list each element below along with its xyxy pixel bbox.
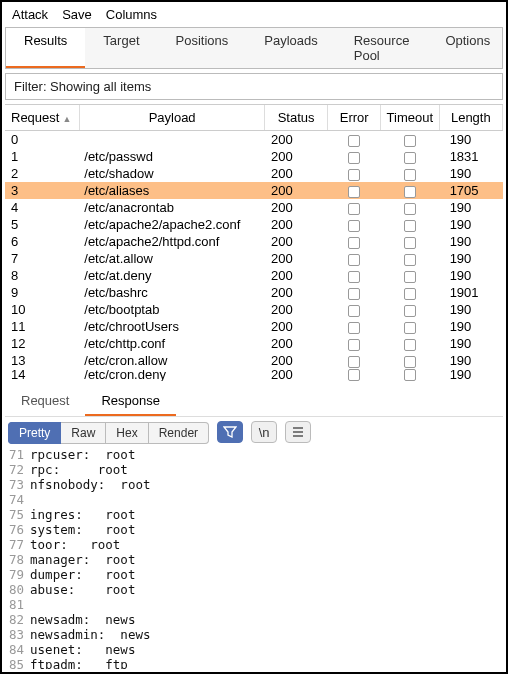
table-row[interactable]: 8/etc/at.deny200190 — [5, 267, 503, 284]
cell-request: 7 — [5, 250, 80, 267]
filter-bar[interactable]: Filter: Showing all items — [5, 73, 503, 100]
cell-timeout — [381, 250, 440, 267]
col-status[interactable]: Status — [264, 105, 327, 131]
menu-save[interactable]: Save — [62, 7, 92, 22]
checkbox-icon[interactable] — [348, 356, 360, 368]
checkbox-icon[interactable] — [404, 305, 416, 317]
detail-tab-response[interactable]: Response — [85, 387, 176, 416]
filter-icon[interactable] — [217, 421, 243, 443]
checkbox-icon[interactable] — [348, 254, 360, 266]
cell-timeout — [381, 182, 440, 199]
cell-length: 190 — [439, 165, 502, 182]
checkbox-icon[interactable] — [348, 135, 360, 147]
checkbox-icon[interactable] — [348, 186, 360, 198]
checkbox-icon[interactable] — [404, 203, 416, 215]
cell-status: 200 — [264, 165, 327, 182]
table-row[interactable]: 7/etc/at.allow200190 — [5, 250, 503, 267]
table-row[interactable]: 13/etc/cron.allow200190 — [5, 352, 503, 369]
cell-error — [328, 165, 381, 182]
checkbox-icon[interactable] — [404, 135, 416, 147]
table-row[interactable]: 12/etc/chttp.conf200190 — [5, 335, 503, 352]
table-row[interactable]: 10/etc/bootptab200190 — [5, 301, 503, 318]
col-length[interactable]: Length — [439, 105, 502, 131]
checkbox-icon[interactable] — [348, 369, 360, 381]
table-row[interactable]: 1/etc/passwd2001831 — [5, 148, 503, 165]
hamburger-icon[interactable] — [285, 421, 311, 443]
checkbox-icon[interactable] — [404, 186, 416, 198]
cell-length: 1901 — [439, 284, 502, 301]
cell-timeout — [381, 318, 440, 335]
checkbox-icon[interactable] — [348, 152, 360, 164]
checkbox-icon[interactable] — [348, 237, 360, 249]
checkbox-icon[interactable] — [404, 237, 416, 249]
table-row[interactable]: 5/etc/apache2/apache2.conf200190 — [5, 216, 503, 233]
checkbox-icon[interactable] — [348, 339, 360, 351]
checkbox-icon[interactable] — [404, 369, 416, 381]
results-table: Request▲ Payload Status Error Timeout Le… — [5, 104, 503, 381]
newline-icon[interactable]: \n — [251, 421, 277, 443]
menubar: AttackSaveColumns — [2, 2, 506, 26]
checkbox-icon[interactable] — [348, 305, 360, 317]
table-row[interactable]: 3/etc/aliases2001705 — [5, 182, 503, 199]
checkbox-icon[interactable] — [404, 152, 416, 164]
cell-timeout — [381, 335, 440, 352]
cell-status: 200 — [264, 216, 327, 233]
cell-timeout — [381, 148, 440, 165]
cell-request: 5 — [5, 216, 80, 233]
table-row[interactable]: 4/etc/anacrontab200190 — [5, 199, 503, 216]
menu-attack[interactable]: Attack — [12, 7, 48, 22]
table-row[interactable]: 2/etc/shadow200190 — [5, 165, 503, 182]
view-mode-hex[interactable]: Hex — [106, 422, 148, 444]
checkbox-icon[interactable] — [404, 254, 416, 266]
checkbox-icon[interactable] — [404, 271, 416, 283]
tab-resource-pool[interactable]: Resource Pool — [336, 28, 428, 68]
checkbox-icon[interactable] — [348, 169, 360, 181]
cell-length: 190 — [439, 250, 502, 267]
detail-tabbar: RequestResponse — [5, 387, 503, 417]
checkbox-icon[interactable] — [404, 288, 416, 300]
response-body[interactable]: 71 72 73 74 75 76 77 78 79 80 81 82 83 8… — [5, 447, 503, 669]
cell-timeout — [381, 301, 440, 318]
cell-error — [328, 148, 381, 165]
tab-results[interactable]: Results — [6, 28, 85, 68]
checkbox-icon[interactable] — [348, 288, 360, 300]
detail-tab-request[interactable]: Request — [5, 387, 85, 416]
checkbox-icon[interactable] — [348, 220, 360, 232]
table-row[interactable]: 9/etc/bashrc2001901 — [5, 284, 503, 301]
cell-error — [328, 267, 381, 284]
checkbox-icon[interactable] — [404, 220, 416, 232]
view-mode-render[interactable]: Render — [149, 422, 209, 444]
cell-payload: /etc/apache2/apache2.conf — [80, 216, 265, 233]
col-payload[interactable]: Payload — [80, 105, 265, 131]
col-error[interactable]: Error — [328, 105, 381, 131]
table-row[interactable]: 11/etc/chrootUsers200190 — [5, 318, 503, 335]
tab-payloads[interactable]: Payloads — [246, 28, 335, 68]
table-row[interactable]: 0200190 — [5, 131, 503, 149]
cell-request: 4 — [5, 199, 80, 216]
col-timeout[interactable]: Timeout — [381, 105, 440, 131]
checkbox-icon[interactable] — [348, 203, 360, 215]
tab-target[interactable]: Target — [85, 28, 157, 68]
cell-error — [328, 233, 381, 250]
col-request[interactable]: Request▲ — [5, 105, 80, 131]
checkbox-icon[interactable] — [404, 339, 416, 351]
checkbox-icon[interactable] — [404, 169, 416, 181]
cell-payload: /etc/at.deny — [80, 267, 265, 284]
checkbox-icon[interactable] — [404, 356, 416, 368]
tab-positions[interactable]: Positions — [158, 28, 247, 68]
table-row[interactable]: 14/etc/cron.deny200190 — [5, 369, 503, 381]
checkbox-icon[interactable] — [348, 271, 360, 283]
cell-error — [328, 369, 381, 381]
checkbox-icon[interactable] — [404, 322, 416, 334]
menu-columns[interactable]: Columns — [106, 7, 157, 22]
view-mode-pretty[interactable]: Pretty — [8, 422, 61, 444]
cell-payload: /etc/cron.deny — [80, 369, 265, 381]
table-row[interactable]: 6/etc/apache2/httpd.conf200190 — [5, 233, 503, 250]
cell-length: 190 — [439, 352, 502, 369]
tab-options[interactable]: Options — [427, 28, 508, 68]
cell-length: 190 — [439, 335, 502, 352]
filter-text: Filter: Showing all items — [14, 79, 151, 94]
cell-length: 190 — [439, 131, 502, 149]
view-mode-raw[interactable]: Raw — [61, 422, 106, 444]
checkbox-icon[interactable] — [348, 322, 360, 334]
